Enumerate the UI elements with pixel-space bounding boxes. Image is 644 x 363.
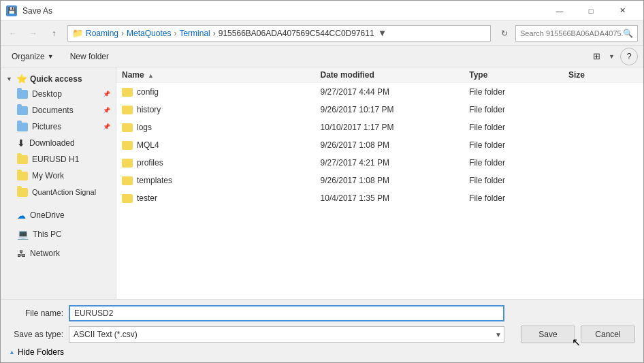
save-btn-wrapper: Save ↖ xyxy=(521,326,575,343)
file-folder-icon xyxy=(122,159,133,168)
table-row[interactable]: MQL4 9/26/2017 1:08 PM File folder xyxy=(116,136,643,154)
quick-access-label: Quick access xyxy=(30,74,82,84)
file-folder-icon xyxy=(122,141,133,150)
secondary-toolbar: Organize ▼ New folder ⊞ ▼ ? xyxy=(1,46,643,67)
download-arrow-icon: ⬇ xyxy=(17,138,25,148)
collapse-arrow-icon: ▼ xyxy=(6,76,12,82)
table-row[interactable]: tester 10/4/2017 1:35 PM File folder xyxy=(116,189,643,207)
window-icon: 💾 xyxy=(6,5,17,16)
table-row[interactable]: templates 9/26/2017 1:08 PM File folder xyxy=(116,172,643,189)
sidebar-item-network[interactable]: 🖧 Network xyxy=(1,245,116,262)
quick-access-section: ▼ ⭐ Quick access Desktop 📌 Documents 📌 P xyxy=(1,72,116,200)
col-date-header[interactable]: Date modified xyxy=(321,70,470,80)
pin-documents-icon: 📌 xyxy=(103,107,110,114)
savetype-label: Save as type: xyxy=(9,330,63,339)
file-area: Name ▲ Date modified Type Size config 9/… xyxy=(116,67,643,299)
sidebar-thispc-label: This PC xyxy=(33,230,62,239)
organize-dropdown-icon: ▼ xyxy=(48,53,54,60)
sidebar-item-quantaction[interactable]: QuantAction Signal xyxy=(1,184,116,200)
col-size-header[interactable]: Size xyxy=(568,70,638,80)
file-type-text: File folder xyxy=(469,193,568,203)
back-button[interactable]: ← xyxy=(3,24,22,43)
col-type-header[interactable]: Type xyxy=(469,70,568,80)
sidebar-item-onedrive[interactable]: ☁ OneDrive xyxy=(1,207,116,223)
minimize-button[interactable]: — xyxy=(544,1,575,21)
sidebar-item-eurusd[interactable]: EURUSD H1 xyxy=(1,151,116,168)
file-date-text: 9/26/2017 1:08 PM xyxy=(321,140,470,150)
file-folder-icon xyxy=(122,176,133,185)
savetype-select[interactable]: ASCII Text (*.csv) ▼ xyxy=(69,326,504,343)
sidebar-item-downloaded[interactable]: ⬇ Downloaded xyxy=(1,135,116,151)
save-button[interactable]: Save xyxy=(521,326,575,343)
main-content: ▼ ⭐ Quick access Desktop 📌 Documents 📌 P xyxy=(1,67,643,299)
sidebar: ▼ ⭐ Quick access Desktop 📌 Documents 📌 P xyxy=(1,67,116,299)
file-folder-icon xyxy=(122,88,133,97)
breadcrumb-terminal[interactable]: Terminal xyxy=(179,29,210,38)
folder-mywork-icon xyxy=(17,172,28,180)
sidebar-item-thispc[interactable]: 💻 This PC xyxy=(1,226,116,242)
file-folder-icon xyxy=(122,123,133,132)
new-folder-button[interactable]: New folder xyxy=(65,48,114,65)
file-name-text: config xyxy=(137,87,159,97)
organize-label: Organize xyxy=(12,52,45,61)
forward-button[interactable]: → xyxy=(24,24,43,43)
hide-folders-row[interactable]: ▲ Hide Folders xyxy=(9,347,635,357)
savetype-wrapper: ASCII Text (*.csv) ▼ xyxy=(69,326,504,343)
file-date-text: 9/26/2017 1:08 PM xyxy=(321,176,470,185)
sidebar-desktop-label: Desktop xyxy=(32,89,62,99)
folder-documents-icon xyxy=(17,106,28,115)
sidebar-eurusd-label: EURUSD H1 xyxy=(32,155,79,164)
title-bar-controls: — □ ✕ xyxy=(544,1,638,21)
close-button[interactable]: ✕ xyxy=(607,1,638,21)
file-list-header: Name ▲ Date modified Type Size xyxy=(116,67,643,83)
file-name-text: templates xyxy=(137,176,172,185)
organize-button[interactable]: Organize ▼ xyxy=(6,48,59,65)
breadcrumb-roaming[interactable]: Roaming xyxy=(86,29,118,38)
sidebar-network-label: Network xyxy=(30,249,60,258)
col-name-header[interactable]: Name ▲ xyxy=(122,70,321,80)
file-name-text: MQL4 xyxy=(137,140,159,150)
button-row: Save ↖ Cancel xyxy=(521,326,635,343)
table-row[interactable]: config 9/27/2017 4:44 PM File folder xyxy=(116,83,643,101)
sidebar-item-desktop[interactable]: Desktop 📌 xyxy=(1,86,116,102)
table-row[interactable]: logs 10/10/2017 1:17 PM File folder xyxy=(116,119,643,136)
cancel-button[interactable]: Cancel xyxy=(581,326,635,343)
savetype-row: Save as type: ASCII Text (*.csv) ▼ Save … xyxy=(9,326,635,343)
file-date-text: 9/27/2017 4:44 PM xyxy=(321,87,470,97)
sidebar-item-mywork[interactable]: My Work xyxy=(1,168,116,184)
breadcrumb-dropdown-button[interactable]: ▼ xyxy=(377,25,388,42)
quick-access-header[interactable]: ▼ ⭐ Quick access xyxy=(1,72,116,86)
hide-folders-chevron-icon: ▲ xyxy=(9,349,15,356)
folder-desktop-icon xyxy=(17,90,28,99)
file-type-text: File folder xyxy=(469,87,568,97)
file-folder-icon xyxy=(122,194,133,203)
bottom-bar: File name: Save as type: ASCII Text (*.c… xyxy=(1,299,643,362)
sidebar-item-documents[interactable]: Documents 📌 xyxy=(1,102,116,119)
view-dropdown-icon: ▼ xyxy=(609,53,615,60)
refresh-button[interactable]: ↻ xyxy=(495,25,514,42)
up-button[interactable]: ↑ xyxy=(44,24,63,43)
sidebar-quantaction-label: QuantAction Signal xyxy=(32,188,96,196)
search-input[interactable] xyxy=(520,29,623,37)
maximize-button[interactable]: □ xyxy=(575,1,607,21)
sidebar-mywork-label: My Work xyxy=(32,171,64,180)
breadcrumb-metaquotes[interactable]: MetaQuotes xyxy=(127,29,171,38)
quick-access-star-icon: ⭐ xyxy=(16,74,27,84)
sidebar-item-pictures[interactable]: Pictures 📌 xyxy=(1,119,116,135)
file-date-text: 9/27/2017 4:21 PM xyxy=(321,158,470,168)
table-row[interactable]: profiles 9/27/2017 4:21 PM File folder xyxy=(116,154,643,172)
help-button[interactable]: ? xyxy=(620,48,638,65)
onedrive-icon: ☁ xyxy=(17,210,26,221)
file-type-text: File folder xyxy=(469,140,568,150)
network-icon: 🖧 xyxy=(17,249,26,259)
view-button[interactable]: ⊞ xyxy=(587,48,606,65)
hide-folders-label: Hide Folders xyxy=(18,347,64,357)
table-row[interactable]: history 9/26/2017 10:17 PM File folder xyxy=(116,101,643,119)
view-controls: ⊞ ▼ ? xyxy=(587,48,638,65)
file-date-text: 10/4/2017 1:35 PM xyxy=(321,193,470,203)
breadcrumb-current: 915566BA06ADA407569C544CC0D97611 xyxy=(219,29,374,38)
sidebar-pictures-label: Pictures xyxy=(32,122,61,131)
file-type-text: File folder xyxy=(469,158,568,168)
filename-input[interactable] xyxy=(69,305,504,321)
file-date-text: 9/26/2017 10:17 PM xyxy=(321,105,470,114)
